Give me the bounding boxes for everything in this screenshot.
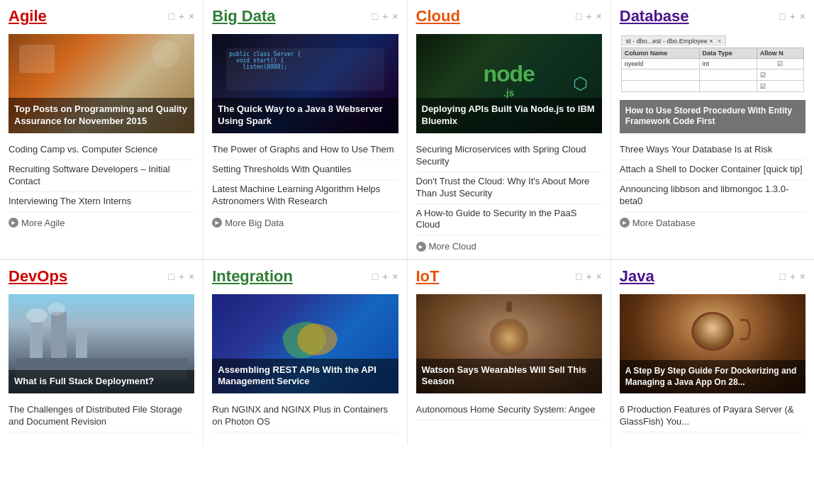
integration-column: Integration □ + × Assembling REST APIs W… — [203, 260, 407, 445]
java-hero-image[interactable]: A Step By Step Guide For Dockerizing and… — [620, 294, 805, 393]
cloud-post-2[interactable]: A How-to Guide to Security in the PaaS C… — [416, 204, 602, 236]
cloud-plus-icon[interactable]: + — [586, 11, 591, 22]
db-row-2-check: ☑ — [757, 81, 803, 92]
integration-window-icon[interactable]: □ — [372, 271, 378, 282]
bigdata-column: Big Data □ + × public class Server { voi… — [203, 0, 407, 259]
database-post-2[interactable]: Announcing libbson and libmongoc 1.3.0-b… — [620, 180, 805, 212]
cloud-close-icon[interactable]: × — [596, 11, 602, 22]
bigdata-title: Big Data — [212, 7, 275, 26]
db-row-2-type — [699, 81, 757, 92]
db-row-0-name: oyeeld — [621, 59, 699, 69]
devops-hero-image[interactable]: What is Full Stack Deployment? — [9, 294, 194, 393]
java-post-list: 6 Production Features of Payara Server (… — [620, 401, 805, 432]
java-plus-icon[interactable]: + — [790, 271, 796, 282]
cloud-hero-image[interactable]: node .js ⬡ Deploying APIs Built Via Node… — [416, 34, 602, 133]
agile-post-0[interactable]: Coding Camp vs. Computer Science — [9, 140, 194, 160]
database-hero-image[interactable]: st - dbo...est - dbo.Employee × × Column… — [620, 34, 805, 133]
bigdata-window-icon[interactable]: □ — [372, 11, 378, 22]
agile-hero-image[interactable]: Top Posts on Programming and Quality Ass… — [9, 34, 194, 133]
bigdata-post-2[interactable]: Latest Machine Learning Algorithm Helps … — [212, 180, 398, 212]
bigdata-close-icon[interactable]: × — [392, 11, 398, 22]
db-row-0-check: ☑ — [757, 59, 803, 69]
agile-window-icon[interactable]: □ — [168, 11, 174, 22]
iot-plus-icon[interactable]: + — [586, 271, 591, 282]
iot-title: IoT — [416, 267, 440, 286]
devops-plus-icon[interactable]: + — [179, 271, 184, 282]
cloud-post-0[interactable]: Securing Microservices with Spring Cloud… — [416, 140, 602, 172]
bigdata-post-0[interactable]: The Power of Graphs and How to Use Them — [212, 140, 398, 160]
bigdata-more-link[interactable]: ► More Big Data — [212, 218, 398, 228]
database-post-1[interactable]: Attach a Shell to Docker Container [quic… — [620, 160, 805, 180]
integration-post-0[interactable]: Run NGINX and NGINX Plus in Containers o… — [212, 401, 398, 432]
cloud-more-icon: ► — [416, 242, 426, 252]
iot-header-icons: □ + × — [576, 271, 602, 282]
java-post-0[interactable]: 6 Production Features of Payara Server (… — [620, 401, 805, 432]
integration-hero-image[interactable]: Assembling REST APIs With the API Manage… — [212, 294, 398, 393]
database-more-label: More Database — [632, 218, 696, 228]
java-close-icon[interactable]: × — [800, 271, 805, 282]
agile-post-1[interactable]: Recruiting Software Developers – Initial… — [9, 160, 194, 192]
agile-more-icon: ► — [9, 218, 18, 228]
bigdata-hero-image[interactable]: public class Server { void start() { lis… — [212, 34, 398, 133]
agile-hero-title: Top Posts on Programming and Quality Ass… — [14, 103, 187, 126]
integration-close-icon[interactable]: × — [392, 271, 398, 282]
integration-plus-icon[interactable]: + — [382, 271, 388, 282]
database-more-icon: ► — [620, 218, 630, 228]
cloud-more-link[interactable]: ► More Cloud — [416, 241, 602, 252]
iot-post-list: Autonomous Home Security System: Angee — [416, 401, 602, 420]
iot-close-icon[interactable]: × — [596, 271, 602, 282]
database-close-icon[interactable]: × — [800, 11, 805, 22]
database-window-icon[interactable]: □ — [779, 11, 785, 22]
iot-post-0[interactable]: Autonomous Home Security System: Angee — [416, 401, 602, 420]
db-col-name: Column Name — [621, 48, 699, 59]
java-window-icon[interactable]: □ — [779, 271, 785, 282]
agile-post-list: Coding Camp vs. Computer Science Recruit… — [9, 140, 194, 212]
agile-header-icons: □ + × — [168, 11, 194, 22]
db-tab: st - dbo...est - dbo.Employee × — [626, 38, 713, 45]
integration-header: Integration □ + × — [212, 267, 398, 289]
database-plus-icon[interactable]: + — [790, 11, 796, 22]
db-row-1-check: ☑ — [757, 69, 803, 81]
integration-hero-title: Assembling REST APIs With the API Manage… — [218, 364, 377, 387]
database-more-link[interactable]: ► More Database — [620, 218, 805, 228]
agile-header: Agile □ + × — [9, 7, 194, 28]
cloud-header: Cloud □ + × — [416, 7, 602, 28]
iot-hero-image[interactable]: Watson Says Wearables Will Sell This Sea… — [416, 294, 602, 393]
bigdata-post-list: The Power of Graphs and How to Use Them … — [212, 140, 398, 212]
devops-header-icons: □ + × — [168, 271, 194, 282]
db-allow-n: Allow N — [757, 48, 803, 59]
cloud-hero-title: Deploying APIs Built Via Node.js to IBM … — [422, 103, 595, 126]
bigdata-header: Big Data □ + × — [212, 7, 398, 28]
cloud-header-icons: □ + × — [576, 11, 602, 22]
agile-plus-icon[interactable]: + — [179, 11, 184, 22]
cloud-column: Cloud □ + × node .js ⬡ Deploying APIs B — [408, 0, 611, 259]
cloud-more-label: More Cloud — [429, 241, 476, 252]
devops-header: DevOps □ + × — [9, 267, 194, 289]
devops-close-icon[interactable]: × — [189, 271, 194, 282]
database-hero-title: How to Use Stored Procedure With Entity … — [625, 106, 792, 127]
bigdata-more-label: More Big Data — [225, 218, 284, 228]
database-header: Database □ + × — [620, 7, 805, 28]
database-title: Database — [620, 7, 689, 26]
devops-window-icon[interactable]: □ — [168, 271, 174, 282]
bigdata-more-icon: ► — [212, 218, 222, 228]
integration-post-list: Run NGINX and NGINX Plus in Containers o… — [212, 401, 398, 432]
database-column: Database □ + × st - dbo...est - dbo.Empl… — [611, 0, 814, 259]
cloud-window-icon[interactable]: □ — [576, 11, 581, 22]
devops-hero-title: What is Full Stack Deployment? — [14, 376, 154, 386]
java-header: Java □ + × — [620, 267, 805, 289]
bigdata-post-1[interactable]: Setting Thresholds With Quantiles — [212, 160, 398, 180]
integration-header-icons: □ + × — [372, 271, 398, 282]
devops-post-0[interactable]: The Challenges of Distributed File Stora… — [9, 401, 194, 432]
cloud-title: Cloud — [416, 7, 460, 26]
bigdata-hero-title: The Quick Way to a Java 8 Webserver Usin… — [218, 103, 383, 126]
iot-hero-title: Watson Says Wearables Will Sell This Sea… — [422, 364, 587, 387]
cloud-post-1[interactable]: Don't Trust the Cloud: Why It's About Mo… — [416, 172, 602, 204]
agile-close-icon[interactable]: × — [189, 11, 194, 22]
bigdata-plus-icon[interactable]: + — [382, 11, 388, 22]
agile-more-link[interactable]: ► More Agile — [9, 218, 194, 228]
java-hero-title: A Step By Step Guide For Dockerizing and… — [625, 366, 797, 387]
database-post-0[interactable]: Three Ways Your Database Is at Risk — [620, 140, 805, 160]
agile-post-2[interactable]: Interviewing The Xtern Interns — [9, 192, 194, 212]
iot-window-icon[interactable]: □ — [576, 271, 581, 282]
